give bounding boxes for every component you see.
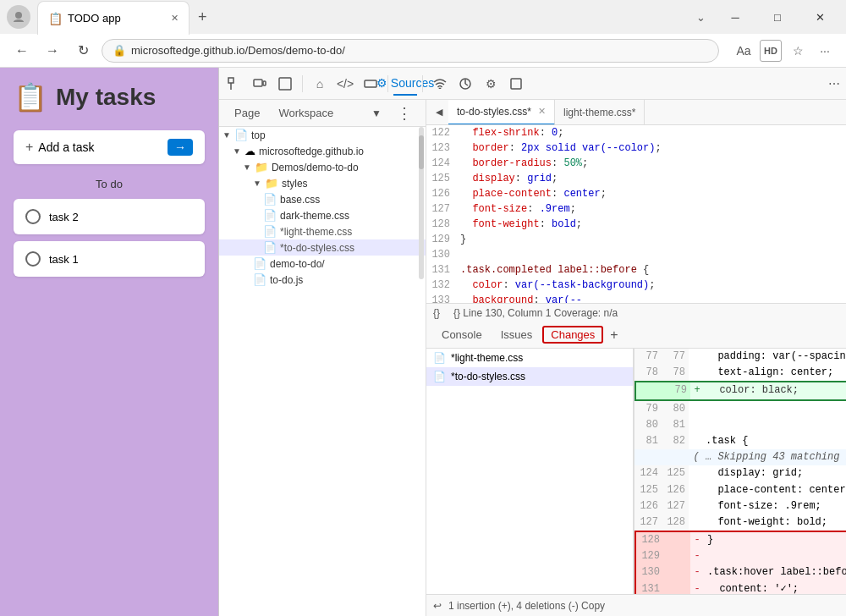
file-icon: 📄: [263, 241, 277, 254]
bottom-tabs: Console Issues Changes + ⊞ ⊡: [426, 322, 846, 349]
minimize-chevron[interactable]: ⌄: [689, 3, 712, 30]
svg-rect-1: [228, 78, 233, 83]
diff-line-context: 126 127 font-size: .9rem;: [634, 498, 846, 514]
issues-tab[interactable]: Issues: [492, 325, 541, 344]
back-button[interactable]: ←: [10, 39, 34, 63]
code-icon[interactable]: </>: [333, 72, 357, 96]
tree-item-demo-folder[interactable]: 📄 demo-to-do/: [219, 256, 426, 272]
tab-close-button[interactable]: ✕: [171, 13, 179, 24]
file-tabs-back[interactable]: ◀: [430, 101, 448, 124]
diff-line-context: 124 125 display: grid;: [634, 465, 846, 481]
page-tab[interactable]: Page: [226, 103, 268, 123]
task-checkbox-1[interactable]: [25, 251, 41, 267]
change-file-name: *light-theme.css: [451, 352, 523, 364]
file-tab-close-icon[interactable]: ✕: [538, 106, 546, 117]
subtabs-arrow[interactable]: ▼: [365, 104, 388, 123]
diff-line-removed-3: 130 - .task:hover label::before {: [636, 564, 846, 580]
todo-icon: 📋: [14, 81, 47, 113]
tree-item-todo-styles[interactable]: 📄 *to-do-styles.css: [219, 239, 426, 256]
new-tab-button[interactable]: +: [190, 0, 216, 34]
url-text: microsoftedge.github.io/Demos/demo-to-do…: [131, 44, 708, 57]
add-panel-button[interactable]: +: [605, 327, 623, 343]
task-checkbox-2[interactable]: [25, 209, 41, 224]
tree-item-demos[interactable]: ▼ 📁 Demos/demo-to-do: [219, 159, 426, 175]
tree-item-label: microsoftedge.github.io: [259, 146, 364, 157]
maximize-button[interactable]: □: [758, 3, 797, 30]
forward-button[interactable]: →: [41, 39, 64, 63]
code-line: 133 background: var(--: [426, 293, 846, 303]
change-file-light-theme[interactable]: 📄 *light-theme.css: [426, 349, 633, 367]
folder-icon: 📁: [255, 161, 268, 173]
tree-item-label: Demos/demo-to-do: [272, 162, 359, 173]
url-bar[interactable]: 🔒 microsoftedge.github.io/Demos/demo-to-…: [102, 39, 719, 63]
inspect-icon[interactable]: [222, 72, 246, 96]
diff-line-context: 80 81: [634, 417, 846, 433]
console-tab[interactable]: Console: [433, 325, 491, 344]
elements-icon[interactable]: [273, 72, 297, 96]
more-tools-icon[interactable]: ⋯: [822, 72, 846, 96]
tree-item-label: to-do.js: [270, 274, 303, 286]
refresh-button[interactable]: ↻: [71, 39, 95, 63]
file-icon: 📄: [253, 273, 266, 286]
tree-item-github[interactable]: ▼ ☁ microsoftedge.github.io: [219, 143, 426, 159]
tree-item-base-css[interactable]: 📄 base.css: [219, 191, 426, 207]
tree-item-styles[interactable]: ▼ 📁 styles: [219, 175, 426, 191]
todo-header: 📋 My tasks: [14, 81, 205, 113]
favorites-icon[interactable]: ☆: [787, 40, 809, 62]
hd-icon[interactable]: HD: [760, 40, 782, 62]
diff-skip-line: ( … Skipping 43 matching lines … ): [634, 449, 846, 465]
browser-tab[interactable]: 📋 TODO app ✕: [37, 1, 190, 35]
workspace-tab[interactable]: Workspace: [270, 103, 342, 123]
file-icon: 📄: [253, 257, 266, 270]
devtools-main: Page Workspace ▼ ⋮ ▼ 📄 top ▼ ☁ microsoft…: [219, 100, 846, 616]
diff-removed-section: 128 - } 129 -: [634, 531, 846, 594]
file-tree-scrollbar[interactable]: [419, 127, 424, 279]
task-item-1[interactable]: task 1: [14, 241, 205, 277]
task-label-2: task 2: [49, 211, 79, 223]
task-item-2[interactable]: task 2: [14, 199, 205, 234]
svg-point-7: [439, 87, 442, 89]
wifi-icon[interactable]: [428, 72, 452, 96]
plus-icon: +: [25, 140, 33, 155]
code-content[interactable]: 122 flex-shrink: 0; 123 border: 2px soli…: [426, 125, 846, 303]
toolbar-separator-2: [387, 75, 388, 92]
tree-item-todo-js[interactable]: 📄 to-do.js: [219, 272, 426, 288]
diff-line-context: 125 126 place-content: center;: [634, 482, 846, 498]
tab-icon: 📋: [48, 12, 63, 25]
tree-item-top[interactable]: ▼ 📄 top: [219, 127, 426, 143]
file-tab-light-theme[interactable]: light-theme.css*: [555, 100, 645, 125]
file-tab-todo-styles[interactable]: to-do-styles.css* ✕: [448, 100, 555, 125]
svg-rect-11: [511, 79, 521, 89]
todo-panel: 📋 My tasks + Add a task → To do task 2 t…: [0, 68, 218, 616]
code-line: 122 flex-shrink: 0;: [426, 125, 846, 140]
file-tabs: ◀ to-do-styles.css* ✕ light-theme.css* ⋯: [426, 100, 846, 125]
devtools-toolbar: ⌂ </> ⚙Sources ⚙ ⋯ ? ✕: [219, 68, 846, 100]
tree-item-dark-theme[interactable]: 📄 dark-theme.css: [219, 207, 426, 223]
read-aloud-icon[interactable]: Aa: [733, 40, 755, 62]
diff-line-context: 78 78 text-align: center;: [634, 365, 846, 381]
home-icon[interactable]: ⌂: [308, 72, 332, 96]
close-button[interactable]: ✕: [800, 3, 839, 30]
change-file-todo-styles[interactable]: 📄 *to-do-styles.css: [426, 367, 633, 386]
file-icon: 📄: [433, 371, 446, 382]
code-line: 123 border: 2px solid var(--color);: [426, 140, 846, 156]
changes-tab[interactable]: Changes: [542, 326, 603, 344]
minimize-button[interactable]: ─: [716, 3, 755, 30]
add-task-button[interactable]: + Add a task →: [14, 130, 205, 164]
tree-item-label: demo-to-do/: [270, 258, 325, 270]
code-editor-area: ◀ to-do-styles.css* ✕ light-theme.css* ⋯…: [426, 100, 846, 616]
sources-tab[interactable]: ⚙Sources: [393, 72, 417, 96]
diff-view[interactable]: 77 77 padding: var(--spacing); 78 78: [634, 349, 846, 594]
bottom-status-text: 1 insertion (+), 4 deletions (-) Copy: [448, 600, 605, 612]
cloud-icon: ☁: [244, 145, 255, 157]
undo-icon[interactable]: ↩: [433, 600, 442, 612]
more-icon[interactable]: ···: [814, 40, 836, 62]
devtools-panel: ⌂ </> ⚙Sources ⚙ ⋯ ? ✕: [218, 68, 846, 616]
settings-icon[interactable]: ⚙: [479, 72, 503, 96]
subtabs-more[interactable]: ⋮: [390, 101, 419, 126]
layers-icon[interactable]: [504, 72, 528, 96]
tree-item-label: dark-theme.css: [280, 210, 349, 222]
performance-icon[interactable]: [453, 72, 477, 96]
device-icon[interactable]: [248, 72, 272, 96]
tree-item-light-theme[interactable]: 📄 *light-theme.css: [219, 223, 426, 239]
